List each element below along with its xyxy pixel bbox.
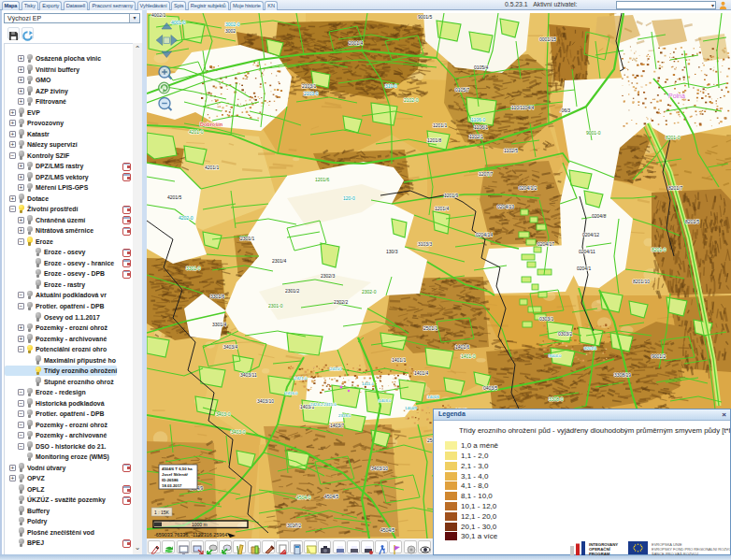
svg-text:4201-0: 4201-0 (189, 129, 204, 135)
svg-text:8201/5: 8201/5 (685, 219, 700, 224)
svg-text:18.03.2017: 18.03.2017 (162, 483, 182, 488)
svg-text:1201/9: 1201/9 (444, 193, 459, 198)
svg-text:3308/19: 3308/19 (614, 372, 631, 378)
svg-text:3403-0: 3403-0 (231, 429, 246, 435)
svg-text:0204/17: 0204/17 (538, 241, 554, 247)
svg-text:1201/4: 1201/4 (435, 206, 450, 211)
svg-text:1404/9: 1404/9 (405, 406, 418, 410)
svg-text:1401/6: 1401/6 (455, 344, 470, 350)
svg-text:3017/2: 3017/2 (287, 523, 302, 528)
svg-text:310-0: 310-0 (385, 83, 397, 89)
svg-text:8201/10: 8201/10 (633, 279, 650, 284)
svg-text:2416-0: 2416-0 (285, 391, 298, 395)
svg-text:3301-0: 3301-0 (186, 266, 201, 271)
svg-text:0204/11: 0204/11 (579, 249, 595, 254)
svg-text:3308-0: 3308-0 (549, 396, 564, 402)
svg-text:1201/6: 1201/6 (315, 177, 330, 182)
svg-text:2102-0: 2102-0 (404, 97, 419, 103)
svg-text:2302-0: 2302-0 (362, 289, 377, 294)
svg-text:3002-0: 3002-0 (225, 22, 240, 27)
svg-text:1201/1: 1201/1 (433, 122, 448, 128)
svg-text:2103/1: 2103/1 (302, 83, 317, 89)
svg-text:3403/11: 3403/11 (240, 372, 257, 378)
svg-text:2318-0: 2318-0 (338, 413, 351, 418)
svg-text:2301/2: 2301/2 (285, 288, 300, 294)
svg-text:8201-0: 8201-0 (666, 135, 681, 140)
svg-text:1406/6: 1406/6 (427, 395, 440, 399)
svg-text:0204/13: 0204/13 (497, 204, 514, 209)
svg-text:2501/1: 2501/1 (423, 325, 438, 331)
svg-text:0204/8: 0204/8 (592, 213, 607, 219)
svg-text:0403/5: 0403/5 (483, 385, 498, 391)
svg-text:2421-0: 2421-0 (294, 376, 308, 381)
svg-text:0204/12: 0204/12 (582, 232, 599, 237)
svg-text:4504/5: 4504/5 (380, 527, 395, 533)
svg-text:0105/4: 0105/4 (474, 65, 489, 70)
svg-text:2301/4: 2301/4 (272, 258, 287, 264)
svg-text:4001-0: 4001-0 (171, 20, 186, 25)
svg-text:Dobrošín: Dobrošín (200, 122, 223, 127)
svg-text:3403/10: 3403/10 (371, 466, 388, 471)
svg-text:4201/1: 4201/1 (205, 165, 220, 170)
svg-text:2302/2: 2302/2 (334, 299, 349, 305)
svg-text:0001/15: 0001/15 (539, 36, 556, 42)
svg-text:-659033.76336, -1122316.25964: -659033.76336, -1122316.25964 (154, 532, 227, 538)
svg-text:3403/4: 3403/4 (223, 344, 238, 350)
svg-text:120-0: 120-0 (343, 195, 355, 201)
svg-text:0303/1: 0303/1 (539, 316, 554, 322)
svg-text:0204/14: 0204/14 (476, 232, 493, 237)
svg-text:0204/1/2: 0204/1/2 (519, 185, 538, 191)
svg-text:0303/2: 0303/2 (558, 331, 573, 337)
svg-text:1403/7: 1403/7 (330, 423, 345, 428)
svg-text:1201/8: 1201/8 (427, 137, 442, 143)
svg-text:.06/3: .06/3 (560, 108, 570, 113)
svg-text:110/1104/4: 110/1104/4 (511, 105, 535, 110)
svg-text:1106/1: 1106/1 (474, 124, 488, 130)
svg-text:4201/5: 4201/5 (167, 194, 182, 200)
svg-text:1106-0: 1106-0 (471, 117, 485, 122)
svg-text:130/3: 130/3 (386, 249, 398, 254)
svg-text:ŠANCE PRO VÁŠ ROZVOJ: ŠANCE PRO VÁŠ ROZVOJ (652, 552, 698, 556)
svg-text:3103/3: 3103/3 (418, 241, 433, 247)
svg-text:4504/5: 4504/5 (324, 494, 339, 499)
svg-text:4504-0: 4504-0 (296, 495, 311, 500)
svg-text:2415/1: 2415/1 (330, 366, 343, 371)
svg-text:1401-0: 1401-0 (461, 353, 476, 359)
svg-text:3002: 3002 (225, 28, 236, 34)
svg-text:3301/6: 3301/6 (210, 294, 225, 299)
svg-text:4202-0: 4202-0 (179, 215, 194, 221)
svg-text:2424-2.2415-0: 2424-2.2415-0 (310, 402, 337, 407)
svg-text:1102/5: 1102/5 (504, 148, 518, 153)
svg-text:0204/1: 0204/1 (577, 266, 592, 271)
svg-text:1401/1: 1401/1 (392, 357, 407, 363)
svg-text:Josef Sklenář: Josef Sklenář (162, 472, 188, 477)
svg-text:9004-0: 9004-0 (549, 353, 562, 358)
svg-text:1401/4: 1401/4 (414, 370, 429, 376)
svg-text:2001/4: 2001/4 (349, 40, 364, 46)
svg-text:1102/1: 1102/1 (469, 134, 483, 139)
svg-text:9001/2: 9001/2 (652, 353, 666, 359)
svg-text:1000 m: 1000 m (192, 522, 208, 527)
svg-text:1403-0: 1403-0 (379, 398, 392, 403)
svg-text:Polná: Polná (668, 93, 685, 99)
svg-text:4002/1: 4002/1 (151, 13, 166, 18)
svg-text:9001-0: 9001-0 (586, 130, 601, 136)
svg-text:1207/7: 1207/7 (479, 171, 494, 177)
svg-text:0105/7: 0105/7 (455, 87, 470, 93)
svg-text:3403/10: 3403/10 (257, 398, 274, 404)
svg-text:2301/1: 2301/1 (240, 236, 255, 241)
svg-text:4504/6 T 6,50 ha: 4504/6 T 6,50 ha (162, 467, 193, 471)
svg-text:ID:26586: ID:26586 (162, 478, 179, 482)
svg-text:2301-0: 2301-0 (268, 303, 283, 309)
svg-text:2103-0: 2103-0 (304, 91, 319, 96)
svg-text:1 : 15K: 1 : 15K (154, 510, 170, 515)
svg-text:8201-0: 8201-0 (652, 247, 666, 252)
svg-text:2302/3: 2302/3 (321, 273, 336, 279)
svg-text:1411-0: 1411-0 (362, 381, 375, 386)
svg-text:3301/4: 3301/4 (212, 322, 227, 327)
svg-text:9001/5: 9001/5 (418, 14, 433, 20)
svg-text:PROGRAM: PROGRAM (589, 552, 610, 556)
svg-text:3403-0: 3403-0 (216, 411, 231, 417)
svg-text:8201/7: 8201/7 (668, 185, 683, 191)
svg-text:8201/4: 8201/4 (584, 346, 597, 351)
